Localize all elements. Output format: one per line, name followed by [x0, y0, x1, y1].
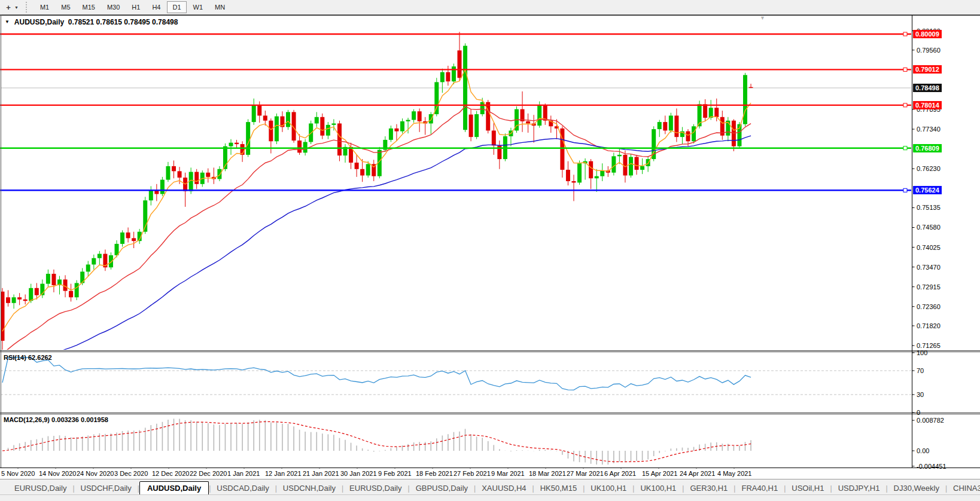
- level-price-tag[interactable]: 0.80009: [913, 30, 942, 38]
- level-price-tag[interactable]: 0.76809: [913, 144, 942, 152]
- level-price-tag[interactable]: 0.79012: [913, 65, 942, 74]
- ohlc-open: 0.78521: [68, 18, 94, 26]
- ohlc-close: 0.78498: [152, 18, 178, 26]
- symbol-tab-usoil-h1[interactable]: USOil,H1: [786, 482, 830, 494]
- symbol-caret-icon[interactable]: ▼: [5, 19, 10, 25]
- macd-main-value: 0.003236: [51, 416, 79, 423]
- candle: [229, 143, 233, 146]
- rsi-indicator-label: RSI(14) 62.6262: [4, 354, 52, 361]
- candle: [252, 105, 256, 123]
- candle: [526, 121, 530, 124]
- candle: [63, 279, 68, 291]
- candle: [412, 111, 416, 120]
- symbol-tab-usdcad-daily[interactable]: USDCAD,Daily: [211, 482, 275, 494]
- candle: [303, 142, 308, 152]
- candle: [269, 121, 273, 142]
- symbol-tab-bar: EURUSD,Daily|USDCHF,Daily|AUDUSD,Daily|U…: [0, 479, 980, 494]
- date-label: 24 Nov 2020: [77, 470, 114, 477]
- level-price-tag[interactable]: 0.78014: [913, 101, 942, 109]
- candle: [458, 50, 462, 78]
- candle: [69, 291, 73, 298]
- symbol-tab-gbpusd-daily[interactable]: GBPUSD,Daily: [410, 482, 474, 494]
- date-label: 27 Feb 2021: [454, 470, 491, 477]
- candle: [257, 105, 261, 116]
- candle: [172, 166, 176, 171]
- symbol-tab-ger30-h1[interactable]: GER30,H1: [684, 482, 734, 494]
- symbol-tab-xauusd-h4[interactable]: XAUUSD,H4: [476, 482, 532, 494]
- date-label: 6 Apr 2021: [604, 470, 636, 477]
- candle: [326, 125, 330, 136]
- candle: [709, 108, 713, 118]
- symbol-tab-hk50-m15[interactable]: HK50,M15: [534, 482, 583, 494]
- candle: [629, 157, 633, 176]
- date-label: 3 Dec 2020: [114, 470, 148, 477]
- candle: [12, 297, 16, 303]
- candle: [178, 171, 182, 178]
- date-label: 4 May 2021: [717, 470, 751, 477]
- candle: [132, 238, 136, 241]
- chart-symbol-label: AUDUSD,Daily: [14, 18, 64, 26]
- candle: [440, 72, 445, 83]
- candle: [331, 124, 336, 125]
- symbol-tab-uk100-h1[interactable]: UK100,H1: [634, 482, 682, 494]
- date-label: 12 Dec 2020: [152, 470, 189, 477]
- candle: [17, 297, 22, 300]
- date-label: 9 Feb 2021: [378, 470, 412, 477]
- candle: [109, 255, 113, 267]
- candle: [595, 176, 599, 179]
- line-handle: [903, 103, 907, 107]
- date-label: 9 Mar 2021: [491, 470, 525, 477]
- line-handle: [903, 68, 907, 71]
- candle: [98, 254, 102, 258]
- price-tick-label: 0.74025: [917, 244, 941, 251]
- status-bar: [0, 494, 980, 501]
- candle: [743, 75, 747, 124]
- candle: [418, 111, 422, 121]
- symbol-tab-eurusd-daily[interactable]: EURUSD,Daily: [343, 482, 407, 494]
- candle: [297, 140, 302, 152]
- candle: [35, 288, 39, 295]
- candle: [749, 87, 753, 88]
- symbol-tab-eurusd-daily[interactable]: EURUSD,Daily: [8, 482, 72, 494]
- candle: [566, 170, 570, 181]
- price-tick-label: 0.74580: [917, 224, 941, 231]
- line-handle: [903, 188, 907, 192]
- date-label: 1 Jan 2021: [227, 470, 260, 477]
- date-label: 22 Dec 2020: [190, 470, 227, 477]
- candle: [23, 300, 28, 301]
- ma-mid-line: [2, 106, 751, 354]
- candle: [669, 115, 673, 130]
- line-handle: [903, 32, 907, 36]
- candle: [577, 163, 582, 182]
- candle: [389, 129, 393, 140]
- symbol-tab-usdjpy-h1[interactable]: USDJPY,H1: [832, 482, 886, 494]
- candle: [263, 115, 267, 120]
- candle: [120, 233, 124, 244]
- symbol-tab-china300-h1[interactable]: CHINA300,H1: [947, 482, 980, 494]
- macd-tick-label: 0.00: [917, 447, 929, 454]
- rsi-value: 62.6262: [28, 354, 52, 361]
- date-label: 27 Mar 2021: [567, 470, 604, 477]
- candle: [400, 121, 404, 132]
- price-tick-label: 0.72915: [917, 283, 941, 291]
- candle: [663, 122, 667, 130]
- macd-indicator-label: MACD(12,26,9) 0.003236 0.001958: [4, 416, 108, 423]
- candle: [275, 117, 279, 142]
- symbol-tab-usdcnh-daily[interactable]: USDCNH,Daily: [277, 482, 342, 494]
- date-label: 14 Nov 2020: [39, 470, 76, 477]
- candle: [29, 288, 33, 301]
- chart-canvas[interactable]: [0, 0, 980, 469]
- trading-platform-window: + ▼ M1M5M15M30H1H4D1W1MN ▼ AUDUSD,Daily …: [0, 0, 980, 501]
- candle: [572, 181, 576, 182]
- level-price-tag[interactable]: 0.75624: [913, 186, 942, 194]
- candle: [469, 115, 473, 138]
- symbol-tab-uk100-h1[interactable]: UK100,H1: [585, 482, 632, 494]
- candle: [46, 274, 50, 284]
- symbol-tab-audusd-daily[interactable]: AUDUSD,Daily: [139, 481, 209, 494]
- candle: [337, 124, 342, 156]
- symbol-tab-dj30-weekly[interactable]: DJ30,Weekly: [888, 482, 945, 494]
- candle: [589, 161, 593, 179]
- symbol-tab-fra40-h1[interactable]: FRA40,H1: [735, 482, 784, 494]
- symbol-tab-usdchf-daily[interactable]: USDCHF,Daily: [75, 482, 138, 494]
- candle: [635, 157, 639, 170]
